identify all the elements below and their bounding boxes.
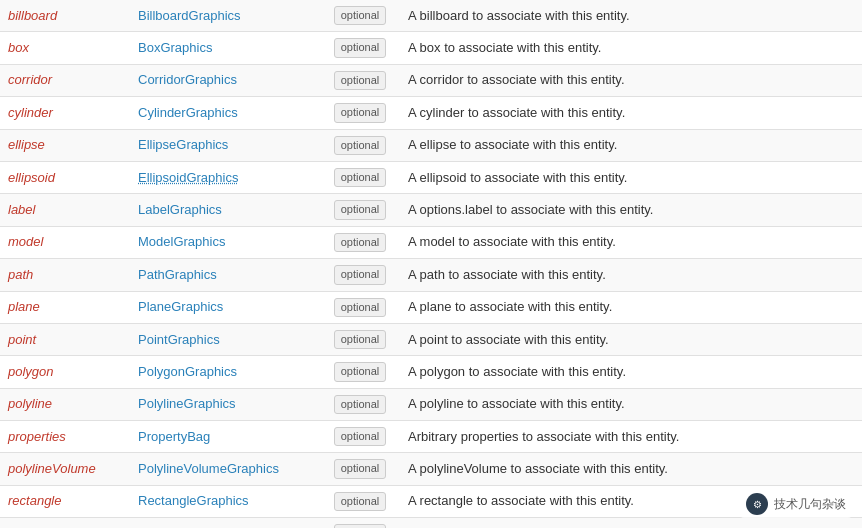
table-row: billboardBillboardGraphicsoptionalA bill… bbox=[0, 0, 862, 32]
row-optional-badge: optional bbox=[320, 323, 400, 355]
row-type[interactable]: PolygonGraphics bbox=[130, 356, 320, 388]
table-row: pathPathGraphicsoptionalA path to associ… bbox=[0, 259, 862, 291]
row-optional-badge: optional bbox=[320, 161, 400, 193]
row-description: A model to associate with this entity. bbox=[400, 226, 862, 258]
row-type[interactable]: PlaneGraphics bbox=[130, 291, 320, 323]
row-type[interactable]: CorridorGraphics bbox=[130, 64, 320, 96]
table-row: polygonPolygonGraphicsoptionalA polygon … bbox=[0, 356, 862, 388]
watermark: ⚙ 技术几句杂谈 bbox=[740, 490, 852, 518]
row-description: A wall to associate with this entity. bbox=[400, 518, 862, 528]
watermark-text: 技术几句杂谈 bbox=[774, 496, 846, 513]
row-type[interactable]: LabelGraphics bbox=[130, 194, 320, 226]
row-optional-badge: optional bbox=[320, 129, 400, 161]
row-type[interactable]: PolylineVolumeGraphics bbox=[130, 453, 320, 485]
row-description: A polyline to associate with this entity… bbox=[400, 388, 862, 420]
row-optional-badge: optional bbox=[320, 485, 400, 517]
table-row: ellipsoidEllipsoidGraphicsoptionalA elli… bbox=[0, 161, 862, 193]
table-row: rectangleRectangleGraphicsoptionalA rect… bbox=[0, 485, 862, 517]
row-optional-badge: optional bbox=[320, 259, 400, 291]
table-row: propertiesPropertyBagoptionalArbitrary p… bbox=[0, 421, 862, 453]
row-optional-badge: optional bbox=[320, 356, 400, 388]
table-row: labelLabelGraphicsoptionalA options.labe… bbox=[0, 194, 862, 226]
row-name: ellipse bbox=[0, 129, 130, 161]
row-name: point bbox=[0, 323, 130, 355]
row-description: A options.label to associate with this e… bbox=[400, 194, 862, 226]
row-type[interactable]: PropertyBag bbox=[130, 421, 320, 453]
watermark-icon: ⚙ bbox=[746, 493, 768, 515]
row-description: A corridor to associate with this entity… bbox=[400, 64, 862, 96]
row-optional-badge: optional bbox=[320, 453, 400, 485]
row-optional-badge: optional bbox=[320, 64, 400, 96]
table-row: pointPointGraphicsoptionalA point to ass… bbox=[0, 323, 862, 355]
row-name: polylineVolume bbox=[0, 453, 130, 485]
row-type[interactable]: EllipseGraphics bbox=[130, 129, 320, 161]
row-name: cylinder bbox=[0, 97, 130, 129]
row-description: A cylinder to associate with this entity… bbox=[400, 97, 862, 129]
row-name: box bbox=[0, 32, 130, 64]
row-optional-badge: optional bbox=[320, 388, 400, 420]
row-type[interactable]: BillboardGraphics bbox=[130, 0, 320, 32]
table-row: boxBoxGraphicsoptionalA box to associate… bbox=[0, 32, 862, 64]
row-optional-badge: optional bbox=[320, 421, 400, 453]
row-type[interactable]: CylinderGraphics bbox=[130, 97, 320, 129]
row-type[interactable]: PointGraphics bbox=[130, 323, 320, 355]
row-description: A plane to associate with this entity. bbox=[400, 291, 862, 323]
row-description: Arbitrary properties to associate with t… bbox=[400, 421, 862, 453]
row-name: properties bbox=[0, 421, 130, 453]
row-optional-badge: optional bbox=[320, 32, 400, 64]
row-description: A path to associate with this entity. bbox=[400, 259, 862, 291]
table-row: corridorCorridorGraphicsoptionalA corrid… bbox=[0, 64, 862, 96]
row-optional-badge: optional bbox=[320, 0, 400, 32]
row-name: label bbox=[0, 194, 130, 226]
row-optional-badge: optional bbox=[320, 226, 400, 258]
row-type[interactable]: BoxGraphics bbox=[130, 32, 320, 64]
table-row: wallWallGraphicsoptionalA wall to associ… bbox=[0, 518, 862, 528]
row-optional-badge: optional bbox=[320, 518, 400, 528]
row-name: rectangle bbox=[0, 485, 130, 517]
row-description: A box to associate with this entity. bbox=[400, 32, 862, 64]
row-type[interactable]: PathGraphics bbox=[130, 259, 320, 291]
row-name: plane bbox=[0, 291, 130, 323]
row-name: ellipsoid bbox=[0, 161, 130, 193]
row-name: polyline bbox=[0, 388, 130, 420]
row-name: wall bbox=[0, 518, 130, 528]
row-description: A point to associate with this entity. bbox=[400, 323, 862, 355]
row-type[interactable]: ModelGraphics bbox=[130, 226, 320, 258]
row-name: billboard bbox=[0, 0, 130, 32]
table-row: modelModelGraphicsoptionalA model to ass… bbox=[0, 226, 862, 258]
row-type[interactable]: WallGraphics bbox=[130, 518, 320, 528]
row-type[interactable]: RectangleGraphics bbox=[130, 485, 320, 517]
row-type[interactable]: EllipsoidGraphics bbox=[130, 161, 320, 193]
api-table: billboardBillboardGraphicsoptionalA bill… bbox=[0, 0, 862, 528]
row-description: A billboard to associate with this entit… bbox=[400, 0, 862, 32]
row-type[interactable]: PolylineGraphics bbox=[130, 388, 320, 420]
row-optional-badge: optional bbox=[320, 97, 400, 129]
row-description: A ellipse to associate with this entity. bbox=[400, 129, 862, 161]
row-description: A polygon to associate with this entity. bbox=[400, 356, 862, 388]
table-row: polylinePolylineGraphicsoptionalA polyli… bbox=[0, 388, 862, 420]
table-row: cylinderCylinderGraphicsoptionalA cylind… bbox=[0, 97, 862, 129]
row-name: corridor bbox=[0, 64, 130, 96]
row-optional-badge: optional bbox=[320, 291, 400, 323]
row-description: A polylineVolume to associate with this … bbox=[400, 453, 862, 485]
row-name: polygon bbox=[0, 356, 130, 388]
row-optional-badge: optional bbox=[320, 194, 400, 226]
table-row: ellipseEllipseGraphicsoptionalA ellipse … bbox=[0, 129, 862, 161]
row-description: A ellipsoid to associate with this entit… bbox=[400, 161, 862, 193]
row-name: model bbox=[0, 226, 130, 258]
table-row: polylineVolumePolylineVolumeGraphicsopti… bbox=[0, 453, 862, 485]
row-name: path bbox=[0, 259, 130, 291]
table-row: planePlaneGraphicsoptionalA plane to ass… bbox=[0, 291, 862, 323]
